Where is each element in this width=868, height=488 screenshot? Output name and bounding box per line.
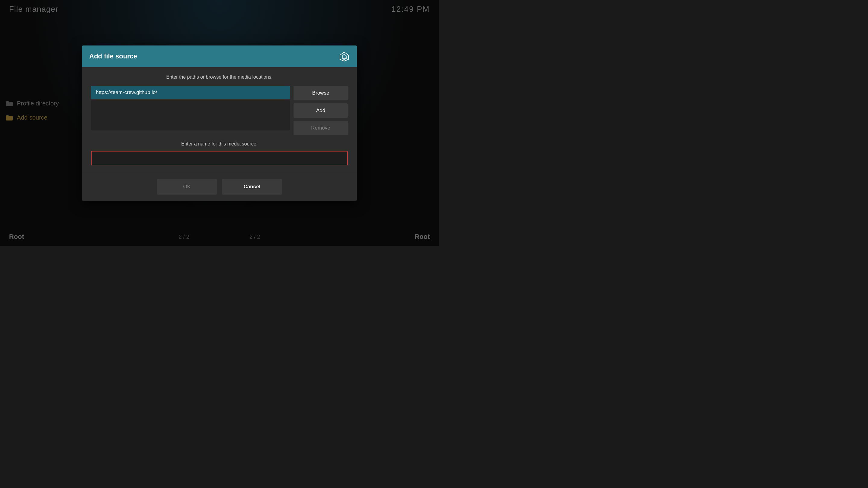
dialog-footer: OK Cancel bbox=[82, 173, 357, 201]
add-file-source-dialog: Add file source Enter the paths or brows… bbox=[82, 45, 357, 201]
url-input[interactable] bbox=[91, 86, 290, 99]
ok-button[interactable]: OK bbox=[157, 179, 217, 195]
modal-overlay: Add file source Enter the paths or brows… bbox=[0, 0, 439, 246]
kodi-logo-icon bbox=[339, 51, 350, 62]
dialog-header: Add file source bbox=[82, 45, 357, 67]
url-input-wrapper bbox=[91, 86, 290, 135]
url-row: Browse Add Remove bbox=[91, 86, 348, 135]
side-buttons: Browse Add Remove bbox=[293, 86, 348, 135]
add-button[interactable]: Add bbox=[293, 103, 348, 118]
cancel-button[interactable]: Cancel bbox=[222, 179, 282, 195]
dialog-title: Add file source bbox=[89, 53, 137, 60]
empty-paths-area bbox=[91, 100, 290, 130]
dialog-body: Enter the paths or browse for the media … bbox=[82, 67, 357, 173]
media-source-name-input[interactable] bbox=[91, 151, 348, 165]
remove-button[interactable]: Remove bbox=[293, 121, 348, 135]
name-section: Enter a name for this media source. bbox=[91, 141, 348, 165]
url-instruction-text: Enter the paths or browse for the media … bbox=[91, 74, 348, 80]
name-instruction-text: Enter a name for this media source. bbox=[91, 141, 348, 147]
browse-button[interactable]: Browse bbox=[293, 86, 348, 100]
